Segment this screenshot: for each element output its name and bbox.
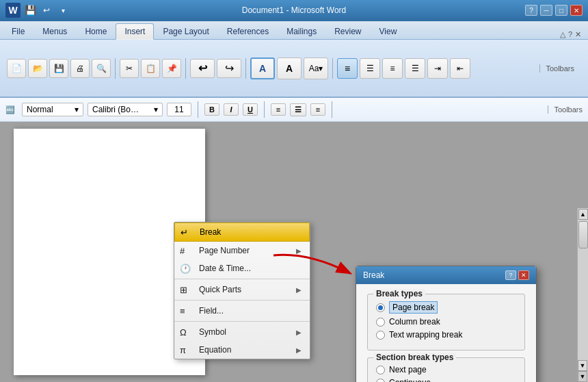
tab-page-layout[interactable]: Page Layout: [154, 23, 217, 39]
option-next-page[interactable]: Next page: [376, 365, 516, 374]
page-num-arrow: ▶: [296, 247, 302, 255]
align-left-btn[interactable]: ≡: [337, 58, 358, 79]
print-btn[interactable]: 🖨: [70, 59, 90, 78]
align2-btn[interactable]: ≡: [271, 103, 286, 116]
cut-btn[interactable]: ✂: [120, 59, 139, 78]
open-btn[interactable]: 📂: [28, 59, 47, 78]
dialog-close-btn[interactable]: ✕: [518, 270, 529, 280]
menu-sep1: [174, 279, 310, 279]
insert-dropdown-menu: ↵ Break # Page Number ▶ 🕐 Date & Time...…: [174, 222, 310, 359]
justify-btn[interactable]: ☰: [405, 58, 425, 79]
ribbon-row: 📄 📂 💾 🖨 🔍 ✂ 📋 📌 ↩ ↪ A A Aa▾ ≡ ☰ ≡ ☰ ⇥ ⇤: [3, 41, 475, 95]
scroll-down-btn[interactable]: ▼: [578, 360, 587, 371]
right2-btn[interactable]: ≡: [310, 103, 325, 116]
radio-next-page[interactable]: [376, 366, 385, 374]
text-a-btn[interactable]: A: [250, 58, 275, 79]
maximize-btn[interactable]: □: [555, 5, 567, 16]
font-size-btn[interactable]: Aa▾: [304, 58, 328, 79]
tab-file[interactable]: File: [3, 23, 34, 39]
page-break-label: Page break: [389, 301, 438, 314]
option-column-break[interactable]: Column break: [376, 317, 516, 327]
radio-continuous[interactable]: [376, 379, 385, 383]
toolbars-label2: Toolbars: [548, 105, 583, 114]
menu-item-equation[interactable]: π Equation ▶: [174, 341, 310, 359]
underline-btn[interactable]: U: [243, 103, 258, 116]
help-link[interactable]: ?: [568, 30, 572, 38]
minimize-btn[interactable]: ─: [540, 5, 552, 16]
section-types-label: Section break types: [373, 353, 456, 362]
text-a2-btn[interactable]: A: [277, 58, 302, 79]
quick-parts-icon: ⊞: [180, 285, 187, 295]
scroll-thumb[interactable]: [578, 221, 588, 249]
break-icon: ↵: [181, 227, 188, 238]
dialog-body: Break types Page break Column break Text…: [356, 284, 536, 382]
menu-item-field[interactable]: ≡ Field...: [174, 302, 310, 320]
break-types-group: Break types Page break Column break Text…: [367, 294, 525, 351]
new-doc-btn[interactable]: 📄: [7, 59, 26, 78]
copy-btn[interactable]: 📋: [141, 59, 160, 78]
preview-btn[interactable]: 🔍: [92, 59, 111, 78]
tab-review[interactable]: Review: [325, 23, 370, 39]
tab-home[interactable]: Home: [76, 23, 116, 39]
ribbon-sep4: [332, 58, 333, 79]
radio-column-break[interactable]: [376, 318, 385, 327]
save-icon[interactable]: 💾: [23, 3, 37, 17]
redo-ribbon-btn[interactable]: ↪: [217, 59, 241, 78]
bold-btn[interactable]: B: [204, 103, 219, 116]
align-center-btn[interactable]: ☰: [360, 58, 380, 79]
vertical-scrollbar[interactable]: ▲ ▼ ▼: [577, 208, 588, 382]
tab-menus[interactable]: Menus: [34, 23, 76, 39]
tab-bar-right: △ ? ✕: [556, 30, 585, 39]
help-btn[interactable]: ?: [525, 5, 537, 16]
help-icon: △: [560, 30, 565, 39]
scroll-bottom-btn[interactable]: ▼: [578, 371, 587, 382]
close-tab-icon[interactable]: ✕: [575, 30, 581, 39]
equation-arrow: ▶: [296, 346, 302, 354]
size-selector[interactable]: 11: [167, 103, 191, 116]
menu-item-page-number[interactable]: # Page Number ▶: [174, 242, 310, 259]
style-value: Normal: [27, 105, 53, 114]
align-right-btn[interactable]: ≡: [382, 58, 403, 79]
close-btn[interactable]: ✕: [570, 5, 583, 16]
equation-icon: π: [180, 345, 186, 355]
undo-icon[interactable]: ↩: [40, 3, 53, 17]
size-value: 11: [174, 105, 183, 114]
menu-item-break[interactable]: ↵ Break: [174, 222, 310, 242]
scroll-up-btn[interactable]: ▲: [578, 209, 588, 220]
indent-btn[interactable]: ⇥: [427, 58, 448, 79]
save-ribbon-btn[interactable]: 💾: [49, 59, 68, 78]
option-page-break[interactable]: Page break: [376, 301, 516, 314]
menu-item-quick-parts[interactable]: ⊞ Quick Parts ▶: [174, 281, 310, 298]
option-continuous[interactable]: Continuous: [376, 378, 516, 382]
outdent-btn[interactable]: ⇤: [450, 58, 470, 79]
style-selector[interactable]: Normal ▾: [22, 103, 83, 116]
menu-item-symbol[interactable]: Ω Symbol ▶: [174, 323, 310, 341]
ribbon-sep1: [115, 58, 116, 79]
tab-insert[interactable]: Insert: [116, 23, 154, 40]
ribbon: 📄 📂 💾 🖨 🔍 ✂ 📋 📌 ↩ ↪ A A Aa▾ ≡ ☰ ≡ ☰ ⇥ ⇤: [0, 40, 588, 98]
document-background: ↵ Break # Page Number ▶ 🕐 Date & Time...…: [0, 122, 588, 382]
menu-item-date-time[interactable]: 🕐 Date & Time...: [174, 259, 310, 277]
paste-btn[interactable]: 📌: [162, 59, 181, 78]
page-num-icon: #: [180, 246, 185, 256]
dialog-title-right: ? ✕: [505, 270, 529, 280]
format-bar: 🔤 Normal ▾ Calibri (Bo… ▾ 11 B I U ≡ ☰ ≡…: [0, 98, 588, 122]
app-window: W 💾 ↩ ▾ Document1 - Microsoft Word ? ─ □…: [0, 0, 588, 382]
italic-btn[interactable]: I: [224, 103, 239, 116]
font-value: Calibri (Bo…: [92, 105, 139, 114]
quick-parts-arrow: ▶: [296, 286, 302, 294]
tab-references[interactable]: References: [218, 23, 278, 39]
content-area: ↵ Break # Page Number ▶ 🕐 Date & Time...…: [0, 122, 588, 382]
style-dropdown-icon: ▾: [75, 105, 79, 114]
symbol-arrow: ▶: [296, 329, 302, 336]
customize-icon[interactable]: ▾: [56, 3, 70, 17]
dialog-help-btn[interactable]: ?: [505, 270, 516, 280]
tab-view[interactable]: View: [371, 23, 406, 39]
center2-btn[interactable]: ☰: [290, 103, 306, 116]
undo-ribbon-btn[interactable]: ↩: [190, 59, 215, 78]
radio-text-wrapping[interactable]: [376, 331, 385, 340]
option-text-wrapping-break[interactable]: Text wrapping break: [376, 330, 516, 340]
tab-mailings[interactable]: Mailings: [278, 23, 325, 39]
radio-page-break[interactable]: [376, 303, 385, 312]
font-selector[interactable]: Calibri (Bo… ▾: [88, 103, 163, 116]
